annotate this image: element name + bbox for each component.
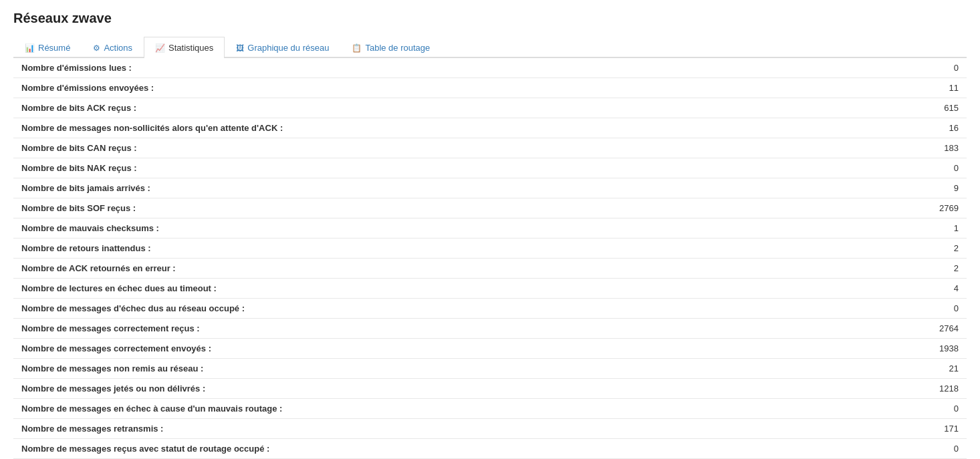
- stat-label: Nombre de bits SOF reçus :: [13, 198, 681, 218]
- stat-label: Nombre de mauvais checksums :: [13, 218, 681, 239]
- table-row: Nombre de bits jamais arrivés :9: [13, 178, 967, 198]
- stat-value: 1218: [681, 379, 967, 399]
- table-row: Nombre de messages correctement reçus :2…: [13, 319, 967, 339]
- stat-label: Nombre de messages non-sollicités alors …: [13, 118, 681, 138]
- stat-label: Nombre d'émissions envoyées :: [13, 78, 681, 98]
- table-row: Nombre de bits ACK reçus :615: [13, 98, 967, 118]
- graphique-icon: 🖼: [236, 43, 244, 53]
- page-title: Réseaux zwave: [13, 11, 967, 26]
- stat-label: Nombre de messages reçus avec statut de …: [13, 439, 681, 459]
- stat-value: 183: [681, 138, 967, 158]
- table-row: Nombre de bits CAN reçus :183: [13, 138, 967, 158]
- table-row: Nombre de bits SOF reçus :2769: [13, 198, 967, 218]
- stat-label: Nombre de messages correctement reçus :: [13, 319, 681, 339]
- stat-label: Nombre de messages non remis au réseau :: [13, 359, 681, 379]
- stats-table: Nombre d'émissions lues :0Nombre d'émiss…: [13, 58, 967, 459]
- stat-value: 11: [681, 78, 967, 98]
- stat-label: Nombre de lectures en échec dues au time…: [13, 279, 681, 299]
- stat-value: 0: [681, 158, 967, 178]
- table-row: Nombre de messages non-sollicités alors …: [13, 118, 967, 138]
- stat-label: Nombre de bits CAN reçus :: [13, 138, 681, 158]
- tab-statistiques-label: Statistiques: [168, 43, 213, 53]
- stat-value: 2: [681, 259, 967, 279]
- tab-actions[interactable]: ⚙ Actions: [82, 37, 144, 58]
- table-row: Nombre de messages d'échec dus au réseau…: [13, 299, 967, 319]
- stat-value: 9: [681, 178, 967, 198]
- table-row: Nombre d'émissions lues :0: [13, 58, 967, 78]
- stat-label: Nombre de messages correctement envoyés …: [13, 339, 681, 359]
- stat-value: 171: [681, 419, 967, 439]
- stat-label: Nombre de messages jetés ou non délivrés…: [13, 379, 681, 399]
- table-row: Nombre de messages jetés ou non délivrés…: [13, 379, 967, 399]
- tab-graphique-label: Graphique du réseau: [247, 43, 329, 53]
- table-row: Nombre de messages retransmis :171: [13, 419, 967, 439]
- stat-value: 0: [681, 399, 967, 419]
- routage-icon: 📋: [352, 43, 362, 53]
- stat-value: 0: [681, 299, 967, 319]
- table-row: Nombre de retours inattendus :2: [13, 239, 967, 259]
- statistiques-icon: 📈: [155, 43, 165, 53]
- table-row: Nombre d'émissions envoyées :11: [13, 78, 967, 98]
- stat-value: 1938: [681, 339, 967, 359]
- stat-value: 2769: [681, 198, 967, 218]
- stat-label: Nombre de ACK retournés en erreur :: [13, 259, 681, 279]
- tab-actions-label: Actions: [104, 43, 132, 53]
- stat-value: 0: [681, 439, 967, 459]
- stat-label: Nombre de messages d'échec dus au réseau…: [13, 299, 681, 319]
- stat-value: 2: [681, 239, 967, 259]
- stat-label: Nombre de bits ACK reçus :: [13, 98, 681, 118]
- stat-label: Nombre de messages en échec à cause d'un…: [13, 399, 681, 419]
- stat-value: 16: [681, 118, 967, 138]
- tab-routage-label: Table de routage: [365, 43, 430, 53]
- stat-value: 0: [681, 58, 967, 78]
- table-row: Nombre de ACK retournés en erreur :2: [13, 259, 967, 279]
- stat-label: Nombre de messages retransmis :: [13, 419, 681, 439]
- tab-resume-label: Résumé: [38, 43, 70, 53]
- stat-value: 615: [681, 98, 967, 118]
- stat-label: Nombre de retours inattendus :: [13, 239, 681, 259]
- table-row: Nombre de lectures en échec dues au time…: [13, 279, 967, 299]
- stat-value: 1: [681, 218, 967, 239]
- tab-resume[interactable]: 📊 Résumé: [13, 37, 82, 58]
- actions-icon: ⚙: [93, 43, 100, 53]
- stat-label: Nombre de bits NAK reçus :: [13, 158, 681, 178]
- tab-statistiques[interactable]: 📈 Statistiques: [144, 37, 225, 58]
- page-container: Réseaux zwave 📊 Résumé ⚙ Actions 📈 Stati…: [0, 0, 980, 459]
- table-row: Nombre de messages en échec à cause d'un…: [13, 399, 967, 419]
- table-row: Nombre de messages reçus avec statut de …: [13, 439, 967, 459]
- table-row: Nombre de mauvais checksums :1: [13, 218, 967, 239]
- stat-label: Nombre de bits jamais arrivés :: [13, 178, 681, 198]
- stat-label: Nombre d'émissions lues :: [13, 58, 681, 78]
- resume-icon: 📊: [25, 43, 35, 53]
- tab-graphique[interactable]: 🖼 Graphique du réseau: [225, 37, 340, 58]
- table-row: Nombre de messages non remis au réseau :…: [13, 359, 967, 379]
- stat-value: 21: [681, 359, 967, 379]
- stat-value: 4: [681, 279, 967, 299]
- tab-routage[interactable]: 📋 Table de routage: [340, 37, 441, 58]
- table-row: Nombre de messages correctement envoyés …: [13, 339, 967, 359]
- stat-value: 2764: [681, 319, 967, 339]
- table-row: Nombre de bits NAK reçus :0: [13, 158, 967, 178]
- tabs-nav: 📊 Résumé ⚙ Actions 📈 Statistiques 🖼 Grap…: [13, 37, 967, 58]
